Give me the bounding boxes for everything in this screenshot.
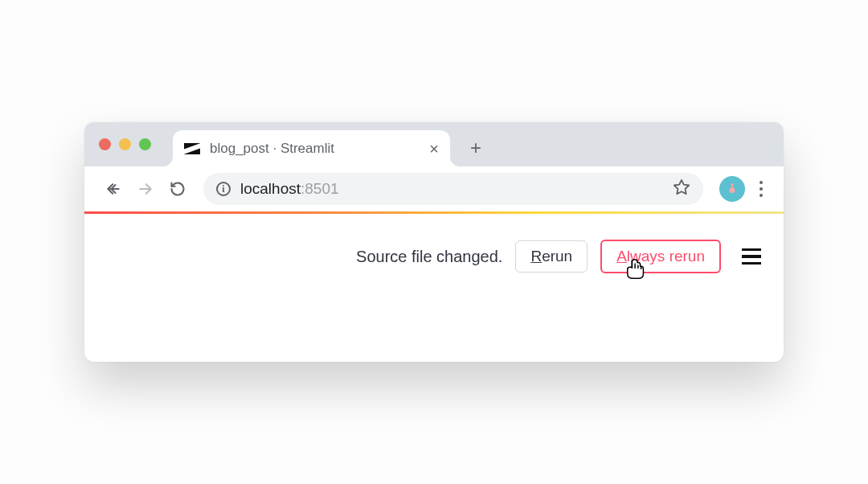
maximize-window-button[interactable] <box>139 138 151 150</box>
app-menu-button[interactable] <box>742 248 761 265</box>
browser-menu-button[interactable] <box>753 174 769 203</box>
rerun-button[interactable]: Rerun <box>515 240 588 273</box>
streamlit-favicon <box>184 143 200 154</box>
svg-marker-1 <box>674 180 689 194</box>
forward-button[interactable] <box>131 174 160 203</box>
rerun-hotkey: R <box>530 248 542 265</box>
browser-window: blog_post · Streamlit × + i localhost:85… <box>84 122 784 362</box>
address-bar[interactable]: i localhost:8501 <box>203 173 703 205</box>
url-text: localhost:8501 <box>240 180 339 198</box>
rerun-label-rest: erun <box>542 248 572 265</box>
toolbar: i localhost:8501 <box>84 166 784 211</box>
always-label-rest: lways rerun <box>627 248 705 265</box>
tab-title: blog_post · Streamlit <box>210 141 420 157</box>
site-info-icon[interactable]: i <box>216 182 231 196</box>
url-port: :8501 <box>301 180 339 197</box>
close-tab-button[interactable]: × <box>429 141 439 157</box>
reload-button[interactable] <box>163 174 192 203</box>
traffic-lights <box>99 138 151 150</box>
back-button[interactable] <box>99 174 128 203</box>
new-tab-button[interactable]: + <box>470 137 481 159</box>
close-window-button[interactable] <box>99 138 111 150</box>
page-content: Source file changed. Rerun Always rerun <box>84 214 784 362</box>
minimize-window-button[interactable] <box>119 138 131 150</box>
always-rerun-button[interactable]: Always rerun <box>600 240 721 273</box>
titlebar: blog_post · Streamlit × + <box>84 122 784 166</box>
browser-tab[interactable]: blog_post · Streamlit × <box>173 130 450 166</box>
status-message: Source file changed. <box>356 248 502 266</box>
url-host: localhost <box>240 180 301 197</box>
bookmark-star-icon[interactable] <box>673 178 690 199</box>
profile-avatar[interactable] <box>719 176 745 202</box>
always-hotkey: A <box>616 248 627 265</box>
